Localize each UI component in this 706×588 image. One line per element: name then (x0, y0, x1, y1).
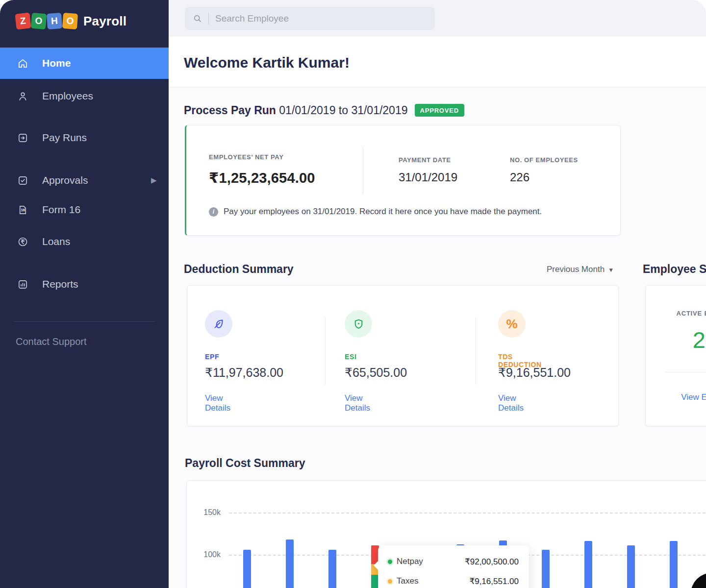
employee-count-label: NO. OF EMPLOYEES (510, 156, 578, 164)
sidebar-item-label: Home (42, 57, 71, 69)
search-input[interactable] (215, 13, 421, 24)
sidebar-item-employees[interactable]: Employees (0, 85, 169, 107)
payrun-title: Process Pay Run (184, 104, 276, 117)
active-employees-label: ACTIVE EMPLOYEES (646, 310, 706, 317)
percent-icon: % (498, 310, 526, 338)
approvals-icon (17, 174, 28, 186)
card-divider (363, 148, 363, 194)
bar[interactable] (286, 539, 294, 588)
sidebar-item-label: Form 16 (42, 204, 80, 216)
shield-icon (345, 310, 372, 338)
search-divider (208, 13, 209, 24)
chevron-down-icon: ▼ (608, 267, 614, 273)
payrun-card: EMPLOYEES’ NET PAY ₹1,25,23,654.00 PAYME… (185, 125, 621, 236)
sidebar-item-label: Employees (42, 90, 93, 102)
sidebar-item-home[interactable]: Home (0, 48, 169, 79)
epf-view-details-link[interactable]: View Details (205, 393, 230, 413)
payrun-section-title: Process Pay Run 01/01/2019 to 31/01/2019… (184, 104, 464, 118)
bar[interactable] (243, 550, 251, 588)
tds-view-details-link[interactable]: View Details (498, 393, 524, 413)
chart-tooltip: Netpay ₹92,00,500.00 Taxes ₹9,16,551.00 (378, 545, 529, 588)
month-filter-dropdown[interactable]: Previous Month▼ (547, 265, 619, 274)
sidebar: Z O H O Payroll Home Employees Pay Runs (0, 0, 169, 588)
logo-letter-o1: O (31, 13, 47, 29)
gridline-150k (229, 513, 706, 514)
net-pay-value: ₹1,25,23,654.00 (209, 170, 315, 186)
deduction-section-title: Deduction Summary (184, 263, 294, 276)
epf-value: ₹11,97,638.00 (205, 366, 283, 380)
sidebar-item-loans[interactable]: Loans (0, 230, 169, 253)
tooltip-label: Taxes (397, 576, 418, 586)
card-divider (665, 372, 706, 372)
zoho-payroll-app: Z O H O Payroll Home Employees Pay Runs (0, 0, 706, 588)
sidebar-item-approvals[interactable]: Approvals ▶ (0, 169, 169, 192)
status-badge: APPROVED (415, 104, 464, 117)
zoho-payroll-logo[interactable]: Z O H O Payroll (16, 11, 126, 31)
tooltip-row-netpay: Netpay ₹92,00,500.00 (388, 556, 519, 567)
bar[interactable] (584, 541, 592, 588)
employee-summary-card: ACTIVE EMPLOYEES 226 View Employees (645, 285, 706, 426)
welcome-strip: Welcome Kartik Kumar! (169, 37, 706, 87)
sidebar-divider (14, 321, 155, 322)
contact-support-link[interactable]: Contact Support (16, 336, 87, 347)
sidebar-item-reports[interactable]: Reports (0, 273, 169, 295)
payroll-cost-chart: 150k 100k Netpay ₹92,00,500.00 Taxes ₹9,… (186, 480, 706, 588)
home-icon (17, 57, 28, 69)
sidebar-item-label: Reports (42, 278, 78, 290)
column-divider (476, 317, 476, 385)
y-tick-150k: 150k (190, 508, 221, 517)
form16-icon: 16 (17, 204, 28, 216)
logo-letter-z: Z (15, 13, 31, 30)
payrun-period-text: 01/01/2019 to 31/01/2019 (279, 104, 407, 117)
deduction-summary-card: EPF ₹11,97,638.00 View Details ESI ₹65,5… (187, 285, 619, 426)
tooltip-label: Netpay (397, 557, 423, 566)
payment-note: i Pay your employees on 31/01/2019. Reco… (209, 207, 542, 217)
net-pay-label: EMPLOYEES’ NET PAY (209, 153, 283, 161)
esi-label: ESI (345, 353, 356, 361)
logo-letter-o2: O (62, 13, 78, 29)
column-divider (325, 317, 326, 385)
sidebar-item-label: Loans (42, 236, 70, 247)
bar[interactable] (670, 541, 678, 588)
pay-runs-icon (17, 132, 28, 144)
bar[interactable] (627, 545, 635, 588)
sidebar-item-pay-runs[interactable]: Pay Runs (0, 126, 169, 149)
y-tick-100k: 100k (190, 550, 221, 559)
logo-letter-h: H (47, 13, 62, 29)
active-employees-count: 226 (646, 326, 706, 353)
taxes-dot-icon (388, 579, 392, 584)
reports-icon (17, 278, 28, 290)
bar[interactable] (328, 550, 336, 588)
tds-value: ₹9,16,551.00 (498, 366, 571, 380)
search-icon (193, 14, 202, 24)
zoho-logo-tiles: Z O H O (16, 13, 77, 29)
sidebar-item-label: Approvals (42, 174, 88, 186)
view-employees-link[interactable]: View Employees (646, 392, 706, 402)
epf-label: EPF (205, 353, 219, 361)
page-title: Welcome Kartik Kumar! (184, 54, 350, 71)
netpay-dot-icon (388, 560, 392, 564)
payment-note-text: Pay your employees on 31/01/2019. Record… (224, 207, 542, 217)
payroll-cost-title: Payroll Cost Summary (185, 457, 305, 470)
payment-date-value: 31/01/2019 (399, 171, 457, 184)
tooltip-value: ₹9,16,551.00 (469, 576, 519, 587)
sidebar-item-label: Pay Runs (42, 132, 87, 144)
month-filter-label: Previous Month (547, 265, 605, 274)
topbar (169, 0, 706, 37)
sidebar-item-form-16[interactable]: 16 Form 16 (0, 198, 169, 221)
info-icon: i (209, 207, 218, 217)
employee-search[interactable] (185, 7, 435, 30)
employee-summary-title: Employee Summary (643, 263, 706, 276)
payment-date-label: PAYMENT DATE (399, 156, 451, 164)
loans-icon (17, 236, 28, 247)
leaf-icon (205, 310, 232, 338)
chevron-right-icon: ▶ (151, 176, 157, 185)
bar[interactable] (542, 550, 550, 588)
esi-view-details-link[interactable]: View Details (345, 393, 370, 413)
esi-value: ₹65,505.00 (345, 366, 407, 380)
tooltip-row-taxes: Taxes ₹9,16,551.00 (388, 576, 519, 587)
svg-text:16: 16 (21, 208, 25, 212)
employee-count-value: 226 (510, 171, 530, 184)
tooltip-value: ₹92,00,500.00 (465, 557, 519, 567)
employees-icon (17, 90, 28, 102)
